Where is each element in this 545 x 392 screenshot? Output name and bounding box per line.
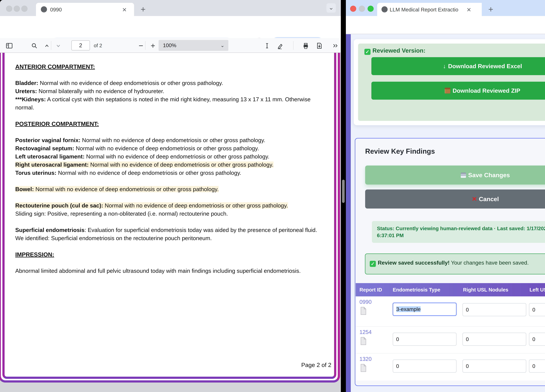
- pdf-label: Left uterosacral ligament:: [15, 153, 85, 160]
- zoom-window-button[interactable]: [21, 6, 27, 12]
- document-icon[interactable]: [360, 307, 366, 315]
- right-usl-nodules-input[interactable]: [463, 360, 526, 373]
- pdf-label: Ureters:: [15, 88, 37, 94]
- report-id-link[interactable]: 1320: [359, 356, 372, 362]
- review-key-findings-card: Review Key Findings Save Changes ✕Cancel…: [355, 138, 545, 386]
- minimize-window-button[interactable]: [14, 6, 20, 12]
- table-row: 1320: [356, 353, 545, 380]
- pdf-label: Right uterosacral ligament:: [15, 162, 89, 168]
- new-tab-button[interactable]: +: [488, 4, 493, 14]
- column-header-left-usl: Left USL Nodules: [530, 283, 545, 296]
- minimize-window-button[interactable]: [359, 6, 365, 12]
- page-count-label: of 2: [94, 42, 102, 48]
- table-row: 1254: [356, 326, 545, 353]
- endometriosis-type-input[interactable]: [393, 333, 457, 346]
- zoom-level-select[interactable]: 100% ⌄: [159, 40, 228, 51]
- pdf-paragraph-kidneys: ***Kidneys: A cortical cyst with thin se…: [15, 95, 319, 112]
- pdf-paragraph-bladder: Bladder: Normal with no evidence of deep…: [15, 79, 319, 87]
- document-icon[interactable]: [360, 337, 366, 345]
- save-changes-button[interactable]: Save Changes: [365, 165, 545, 185]
- reviewed-version-label: Reviewed Version:: [372, 47, 425, 54]
- pdf-paragraph-ureters: Ureters: Normal bilaterally with no evid…: [15, 87, 319, 95]
- pdf-toolbar: 2 of 2 100% ⌄: [0, 38, 341, 53]
- findings-table: Report ID Endometriosis Type Right USL N…: [356, 283, 545, 380]
- print-icon[interactable]: [302, 42, 310, 49]
- pdf-text-run: Normal bilaterally with no evidence of h…: [37, 88, 164, 94]
- browser-tab[interactable]: LLM Medical Report Extractio ✕: [377, 3, 482, 16]
- table-header-row: Report ID Endometriosis Type Right USL N…: [356, 283, 545, 296]
- pdf-text-run: Abnormal limited abdominal and full pelv…: [15, 268, 301, 274]
- pdf-text-run: Normal with no evidence of deep endometr…: [56, 170, 241, 176]
- page-number-input[interactable]: 2: [71, 40, 90, 50]
- table-row: 0990 3-example: [356, 296, 545, 326]
- pdf-text-run: Normal with no evidence of deep endometr…: [38, 80, 223, 86]
- pdf-paragraph-septum: Rectovaginal septum: Normal with no evid…: [15, 144, 319, 152]
- page-footer: Page 2 of 2: [288, 362, 331, 368]
- pdf-paragraph-torus: Torus uterinus: Normal with no evidence …: [15, 169, 319, 177]
- column-header-right-usl: Right USL Nodules: [463, 283, 508, 296]
- globe-favicon-icon: [382, 6, 388, 12]
- tab-title: 0990: [50, 7, 111, 13]
- section-heading-posterior: POSTERIOR COMPARTMENT:: [15, 120, 319, 128]
- report-id-link[interactable]: 1254: [359, 329, 372, 335]
- download-icon[interactable]: [316, 42, 323, 49]
- document-icon[interactable]: [360, 364, 366, 372]
- pdf-report-text: ANTERIOR COMPARTMENT: Bladder: Normal wi…: [15, 63, 319, 275]
- browser-tab[interactable]: 0990 ✕: [36, 3, 134, 16]
- tab-search-button[interactable]: ⌄: [327, 3, 336, 13]
- pdf-paragraph-superficial: Superficial endometriosis: Evaluation fo…: [15, 226, 319, 242]
- cancel-button[interactable]: ✕Cancel: [365, 189, 545, 209]
- annotate-pencil-icon[interactable]: [276, 42, 284, 49]
- close-window-button[interactable]: [6, 6, 12, 12]
- status-text-line1: Status: Currently viewing human-reviewed…: [377, 225, 545, 232]
- toolbar-divider: [51, 41, 51, 50]
- left-usl-nodules-input[interactable]: [529, 303, 545, 316]
- package-icon: [445, 88, 450, 94]
- report-id-link[interactable]: 0990: [359, 299, 372, 305]
- zoom-in-icon[interactable]: [149, 42, 157, 49]
- text-select-icon[interactable]: [263, 42, 271, 49]
- pdf-label: Torus uterinus:: [15, 170, 56, 176]
- close-window-button[interactable]: [350, 6, 356, 12]
- left-usl-nodules-input[interactable]: [529, 360, 545, 373]
- page-content: ✓Reviewed Version: ↓Download Reviewed Ex…: [346, 34, 545, 392]
- column-header-report-id: Report ID: [359, 283, 382, 296]
- tab-strip: LLM Medical Report Extractio ✕ + ⌄: [346, 0, 545, 16]
- right-usl-nodules-input[interactable]: [463, 333, 526, 346]
- pdf-content-area[interactable]: ANTERIOR COMPARTMENT: Bladder: Normal wi…: [0, 53, 341, 392]
- close-tab-icon[interactable]: ✕: [122, 6, 127, 13]
- success-bold-text: Review saved successfully!: [378, 260, 450, 266]
- zoom-out-icon[interactable]: [137, 42, 145, 49]
- more-tools-icon[interactable]: [331, 42, 339, 49]
- pdf-scrollbar-thumb[interactable]: [342, 180, 345, 203]
- left-usl-nodules-input[interactable]: [529, 333, 545, 346]
- pdf-label: Bladder:: [15, 80, 38, 86]
- download-reviewed-excel-button[interactable]: ↓Download Reviewed Excel: [371, 57, 545, 75]
- endometriosis-type-input[interactable]: 3-example: [393, 303, 457, 316]
- pdf-paragraph-pouch: Rectouterine pouch (cul de sac): Normal …: [15, 201, 319, 210]
- pdf-label: ***Kidneys:: [15, 96, 46, 103]
- pdf-text-run: Normal with no evidence of deep endometr…: [81, 137, 265, 143]
- search-icon[interactable]: [31, 42, 38, 49]
- previous-page-icon[interactable]: [43, 42, 51, 49]
- download-reviewed-zip-button[interactable]: Download Reviewed ZIP: [371, 82, 545, 100]
- review-key-findings-title: Review Key Findings: [365, 147, 435, 155]
- pdf-label: Posterior vaginal fornix:: [15, 137, 81, 143]
- success-rest-text: Your changes have been saved.: [450, 260, 529, 266]
- next-page-icon[interactable]: [55, 42, 62, 49]
- sidebar-toggle-icon[interactable]: [6, 42, 13, 49]
- pdf-paragraph-sliding-sign: Sliding sign: Positive, representing a n…: [15, 210, 319, 218]
- pdf-label: Superficial endometriosis: [15, 227, 85, 233]
- pdf-label: Bowel:: [15, 186, 34, 192]
- close-tab-icon[interactable]: ✕: [466, 6, 471, 13]
- zoom-level-value: 100%: [163, 42, 176, 48]
- right-usl-nodules-input[interactable]: [463, 303, 526, 316]
- red-x-icon: ✕: [472, 196, 477, 202]
- endometriosis-type-input[interactable]: [393, 360, 457, 373]
- window-divider: [341, 0, 346, 392]
- pdf-viewer-window: 0990 ✕ + ⌄ ← → ↻ ⓘ ☆ ⋮: [0, 0, 341, 392]
- pdf-paragraph-right-usl: Right uterosacral ligament: Normal with …: [15, 161, 319, 169]
- globe-favicon-icon: [41, 6, 47, 12]
- new-tab-button[interactable]: +: [141, 4, 146, 14]
- zoom-window-button[interactable]: [368, 6, 374, 12]
